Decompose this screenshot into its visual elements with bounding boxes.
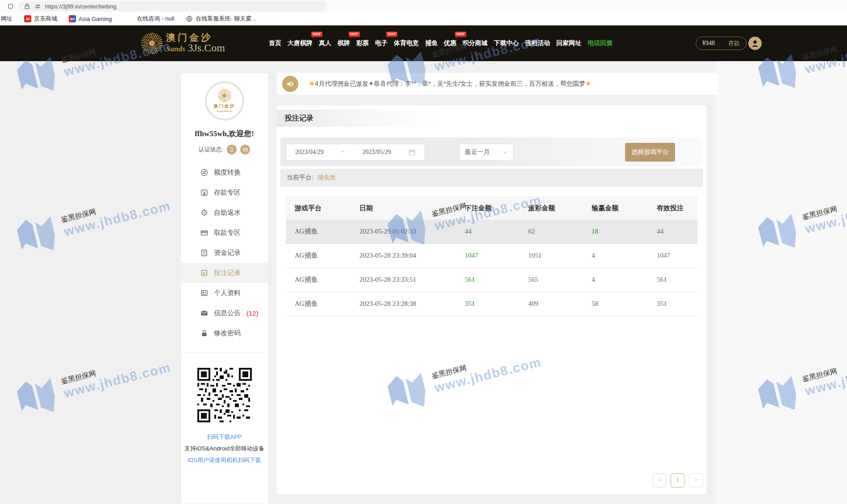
bookmark-label: 网址 [1,15,13,23]
scan-download-app-link[interactable]: 扫码下载APP [184,431,264,443]
hot-badge: HOT [311,32,322,37]
date-range-picker[interactable]: 2023/04/29 ~ 2023/05/29 [286,144,425,161]
sidebar-item-self-rebate[interactable]: 自助返水 [181,203,268,223]
nav-datang-boardgames[interactable]: 大唐棋牌HOT [287,37,313,49]
cell-date: 2023-05-28 23:28:38 [359,300,465,308]
app-download-qr-code [197,368,252,422]
nav-boardgames[interactable]: 棋牌HOT [337,37,351,49]
page-right-gutter [716,61,847,504]
cell-valid-bet: 44 [657,228,697,235]
card-verified-icon[interactable] [240,145,250,154]
nav-download-center[interactable]: 下载中心 [493,37,520,49]
betting-records-card: 投注记录 2023/04/29 ~ 2023/05/29 最近一月 选择游戏平台… [277,105,706,494]
nav-promotions[interactable]: 优惠HOT [443,37,457,49]
bookmark-item[interactable]: 在线咨询 - null [137,15,174,23]
sidebar-item-announcements[interactable]: 信息公告(12) [181,303,268,323]
lock-icon [200,329,208,337]
bookmark-label: Asia Gaming [79,16,112,22]
url-text[interactable]: https://3j99.in/center/betting [45,3,117,10]
nav-home-url[interactable]: 回家网址 [555,37,582,49]
site-header: 澳门金沙 Sands 3Js.Com 首页 大唐棋牌HOT 真人 棋牌HOT 彩… [0,25,847,61]
selected-range: 最近一月 [465,148,490,156]
select-game-platform-button[interactable]: 选择游戏平台 [625,143,675,162]
current-platform-label: 当前平台: [287,174,313,182]
sunburst-logo-icon [141,33,163,54]
cell-valid-bet: 561 [657,276,697,283]
filter-panel: 2023/04/29 ~ 2023/05/29 最近一月 选择游戏平台 [280,137,703,166]
ag-favicon-icon: AG [69,15,76,22]
shield-icon[interactable] [7,3,14,10]
cell-payout-amount: 62 [528,228,592,235]
bookmark-item[interactable]: AGAsia Gaming [69,15,112,22]
site-settings-icon[interactable] [34,3,41,10]
sidebar-item-deposit-zone[interactable]: 存款专区 [181,183,268,203]
globe-icon [186,15,193,22]
hot-badge: HOT [349,32,360,37]
sidebar-item-label: 个人资料 [214,289,241,297]
cell-bet-amount: 561 [465,276,528,283]
nav-lottery[interactable]: 彩票 [355,37,370,49]
nav-live[interactable]: 真人 [318,37,332,49]
sidebar-item-change-password[interactable]: 修改密码 [181,323,268,343]
sidebar-item-label: 自助返水 [214,208,241,217]
column-header: 派彩金额 [528,204,592,212]
cell-date: 2023-05-29 01:02:33 [359,228,465,235]
nav-points-mall[interactable]: 积分商城 [462,37,488,49]
envelope-icon [200,309,208,317]
avatar-logo-chinese: 澳门金沙 [214,103,235,109]
cell-platform: AG捕鱼 [295,227,359,236]
address-bar[interactable]: https://3j99.in/center/betting [18,1,326,11]
column-header: 有效投注 [657,204,697,212]
site-logo[interactable]: 澳门金沙 Sands 3Js.Com [141,33,225,54]
cell-valid-bet: 351 [657,300,697,308]
nav-fishing[interactable]: 捕鱼 [424,37,438,49]
prev-page-button[interactable]: < [652,473,666,487]
balance-deposit-pill[interactable]: ¥948 存款 [696,37,747,50]
date-start[interactable]: 2023/04/29 [295,149,324,156]
nav-featured-events[interactable]: 强档活动 [524,37,551,49]
gear-icon [200,209,208,217]
sidebar-item-withdraw-zone[interactable]: 取款专区 [181,223,268,243]
next-page-button[interactable]: > [689,473,703,487]
sidebar-menu: 额度转换 存款专区 自助返水 取款专区 资金记录 投注记录 [181,162,268,343]
cell-platform: AG捕鱼 [295,275,359,284]
table-row: AG捕鱼 2023-05-28 23:33:51 561 565 4 561 [286,268,697,292]
cell-winloss-amount: 4 [592,252,657,259]
logo-domain: 3Js.Com [188,42,225,54]
column-header: 游戏平台 [295,204,359,212]
cell-winloss-amount: 18 [592,228,657,235]
bookmark-label: 在线咨询 - null [137,15,174,23]
auth-status-row: 认证状态: [181,145,268,154]
sidebar-item-profile[interactable]: 个人资料 [181,283,268,303]
sidebar-item-funds-record[interactable]: 资金记录 [181,243,268,263]
cell-payout-amount: 565 [528,276,592,283]
sidebar-item-credit-transfer[interactable]: 额度转换 [181,162,268,183]
sidebar-item-betting-records[interactable]: 投注记录 [181,263,268,283]
cell-date: 2023-05-28 23:39:04 [359,252,465,259]
bookmark-item[interactable]: 在线客服系统- 聊天窗... [186,15,256,23]
bookmark-item[interactable]: JD京东商城 [24,15,57,23]
page-number-button[interactable]: 1 [671,473,684,487]
avatar-logo-script: SandsMacao [216,109,232,113]
nav-slots[interactable]: 电子HOT [374,37,388,49]
cell-bet-amount: 44 [465,228,528,235]
cell-winloss-amount: 4 [592,276,657,283]
deposit-button[interactable]: 存款 [728,39,740,47]
table-row: AG捕鱼 2023-05-29 01:02:33 44 62 18 44 [286,220,697,244]
current-platform-bar: 当前平台: 捕鱼类 [280,169,703,187]
current-platform-value[interactable]: 捕鱼类 [317,174,336,182]
bookmark-item[interactable]: 网址 [1,15,13,23]
nav-sports-esports[interactable]: 体育电竞 [393,37,420,49]
ios-scan-hint-link[interactable]: iOS用户请使用相机扫码下载 [184,454,264,466]
date-range-preset-select[interactable]: 最近一月 [459,144,513,161]
cell-bet-amount: 351 [465,300,528,308]
nav-home[interactable]: 首页 [268,37,282,49]
nav-phone-callback[interactable]: 电话回拨 [587,37,613,49]
table-row: AG捕鱼 2023-05-28 23:28:38 351 409 58 351 [286,292,697,316]
pagination: < 1 > [652,473,703,487]
user-avatar-button[interactable] [748,37,762,50]
bookmarks-bar: 网址 JD京东商城 AGAsia Gaming 在线咨询 - null 在线客服… [0,12,847,25]
bar-chart-icon [200,269,208,277]
date-end[interactable]: 2023/05/29 [363,149,391,156]
phone-verified-icon[interactable] [227,145,237,154]
